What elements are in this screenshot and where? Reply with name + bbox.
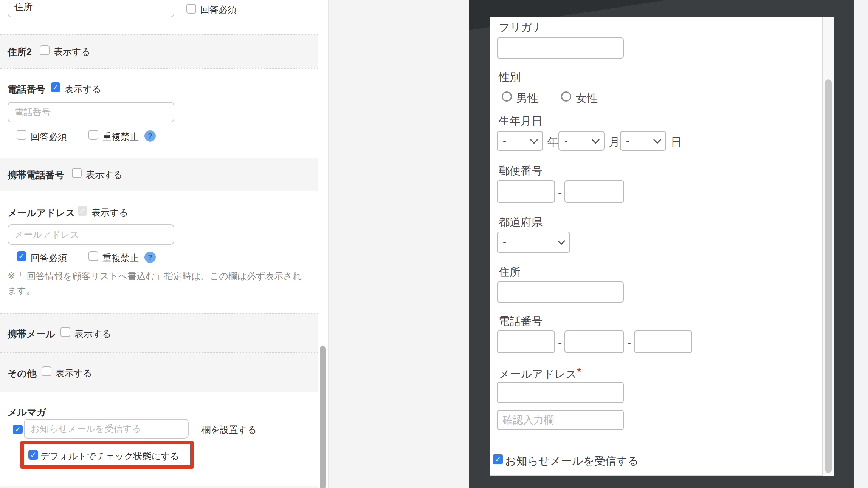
gender-female-label: 女性 (576, 91, 598, 106)
tel-label: 電話番号 (499, 314, 542, 329)
gender-female-radio[interactable] (561, 91, 571, 102)
phone-nodup-label: 重複禁止 (102, 131, 139, 143)
zip-input-2[interactable] (564, 180, 624, 203)
mailmag-label: メルマガ (8, 406, 46, 419)
mailmag-default-check-checkbox[interactable] (28, 450, 38, 460)
phone-field-name-input[interactable] (8, 102, 174, 122)
birth-month-value: - (564, 135, 568, 147)
other-show-label: 表示する (56, 367, 92, 379)
mobile-email-label: 携帯メール (8, 328, 55, 340)
mobile-email-show-label: 表示する (74, 328, 111, 340)
prefecture-value: - (503, 236, 506, 248)
email-label-text: メールアドレス (499, 368, 577, 380)
mobile-email-show-checkbox[interactable] (60, 327, 70, 337)
birthdate-label: 生年月日 (499, 114, 542, 129)
section-mailmag: メルマガ 欄を設置する デフォルトでチェック状態にする (0, 392, 318, 486)
other-show-checkbox[interactable] (42, 366, 51, 376)
birth-month-unit: 月 (609, 135, 620, 150)
tel-input-3[interactable] (634, 330, 692, 353)
phone-nodup-checkbox[interactable] (88, 130, 98, 140)
email-nodup-checkbox[interactable] (88, 251, 98, 261)
mobile-phone-show-checkbox[interactable] (72, 168, 82, 178)
birth-month-select[interactable]: - (558, 131, 604, 151)
required-asterisk: * (577, 365, 581, 378)
mobile-phone-label: 携帯電話番号 (8, 169, 64, 181)
tel-input-1[interactable] (497, 330, 555, 353)
birth-year-select[interactable]: - (497, 131, 543, 151)
birth-year-unit: 年 (547, 135, 558, 150)
email-label: メールアドレス* (499, 365, 581, 382)
mobile-phone-show-label: 表示する (86, 169, 122, 181)
zip-input-1[interactable] (497, 180, 555, 203)
left-scrollbar-thumb[interactable] (320, 346, 326, 488)
email-nodup-label: 重複禁止 (102, 252, 139, 264)
page-background-strip (854, 0, 868, 488)
address-required-label: 回答必須 (200, 4, 237, 16)
chevron-down-icon (653, 136, 661, 144)
gender-male-radio[interactable] (502, 91, 512, 102)
furigana-label: フリガナ (499, 20, 544, 35)
phone-required-checkbox[interactable] (17, 130, 26, 140)
section-bottom-sliver (0, 486, 318, 488)
birth-day-value: - (626, 135, 629, 147)
address2-label: 住所2 (8, 46, 32, 58)
email-required-checkbox[interactable] (17, 251, 26, 261)
zip-label: 郵便番号 (499, 164, 542, 179)
tel-separator-2: - (627, 337, 631, 349)
address-required-checkbox[interactable] (186, 4, 196, 14)
phone-required-label: 回答必須 (31, 131, 67, 143)
address2-show-label: 表示する (54, 46, 90, 58)
preview-form-card: フリガナ 性別 男性 女性 生年月日 - 年 - 月 - 日 郵便番号 (490, 17, 823, 476)
gender-male-label: 男性 (516, 91, 538, 106)
email-note-line1: ※「 回答情報を顧客リストへ書込む」指定時は、この欄は必ず表示され (8, 270, 302, 282)
prefecture-select[interactable]: - (497, 232, 570, 253)
birth-day-unit: 日 (671, 135, 682, 150)
email-note-line2: ます。 (8, 284, 35, 297)
prefecture-label: 都道府県 (499, 215, 542, 230)
chevron-down-icon (592, 136, 600, 144)
newsletter-checkbox[interactable] (493, 454, 503, 464)
email-confirm-input[interactable] (497, 410, 624, 430)
phone-nodup-help-icon[interactable]: ? (144, 130, 156, 142)
birth-day-select[interactable]: - (620, 131, 666, 151)
highlight-annotation-box: デフォルトでチェック状態にする (20, 441, 194, 469)
panel-gutter (328, 0, 469, 488)
mailmag-field-name-input[interactable] (24, 419, 189, 439)
email-nodup-help-icon[interactable]: ? (144, 252, 156, 263)
address2-show-checkbox[interactable] (40, 45, 50, 55)
form-builder-screen: 回答必須 住所2 表示する 電話番号 表示する 回答必須 重複禁止 ? 携帯電話… (0, 0, 868, 488)
tel-separator-1: - (558, 337, 562, 349)
chevron-down-icon (557, 237, 565, 245)
birth-year-value: - (503, 135, 506, 147)
section-address2: 住所2 表示する (0, 34, 318, 68)
email-field-name-input[interactable] (8, 224, 174, 245)
preview-dark-frame: フリガナ 性別 男性 女性 生年月日 - 年 - 月 - 日 郵便番号 (469, 0, 854, 488)
phone-show-label: 表示する (65, 83, 101, 95)
section-phone: 電話番号 表示する 回答必須 重複禁止 ? (0, 68, 318, 158)
section-address: 回答必須 (0, 0, 318, 34)
chevron-down-icon (530, 136, 538, 144)
furigana-input[interactable] (497, 37, 624, 59)
email-show-label: 表示する (91, 207, 128, 219)
mailmag-default-check-label: デフォルトでチェック状態にする (40, 450, 179, 462)
phone-label: 電話番号 (8, 83, 45, 96)
email-input[interactable] (497, 382, 624, 403)
section-mobile-phone: 携帯電話番号 表示する (0, 158, 318, 191)
section-other: その他 表示する (0, 352, 318, 392)
email-required-label: 回答必須 (31, 252, 67, 264)
email-label: メールアドレス (8, 207, 75, 219)
preview-scrollbar-thumb[interactable] (825, 79, 832, 473)
address-input[interactable] (497, 281, 624, 303)
mailmag-suffix-label: 欄を設置する (202, 424, 257, 436)
zip-separator: - (558, 186, 562, 199)
newsletter-label: お知らせメールを受信する (505, 454, 639, 469)
mailmag-enable-checkbox[interactable] (13, 425, 23, 434)
gender-label: 性別 (499, 70, 521, 85)
phone-show-checkbox[interactable] (51, 82, 60, 92)
email-show-checkbox-disabled (78, 206, 87, 216)
address-label: 住所 (499, 265, 521, 280)
address-field-name-input[interactable] (8, 0, 174, 17)
other-label: その他 (8, 367, 36, 380)
section-mobile-email: 携帯メール 表示する (0, 313, 318, 352)
tel-input-2[interactable] (564, 330, 624, 353)
